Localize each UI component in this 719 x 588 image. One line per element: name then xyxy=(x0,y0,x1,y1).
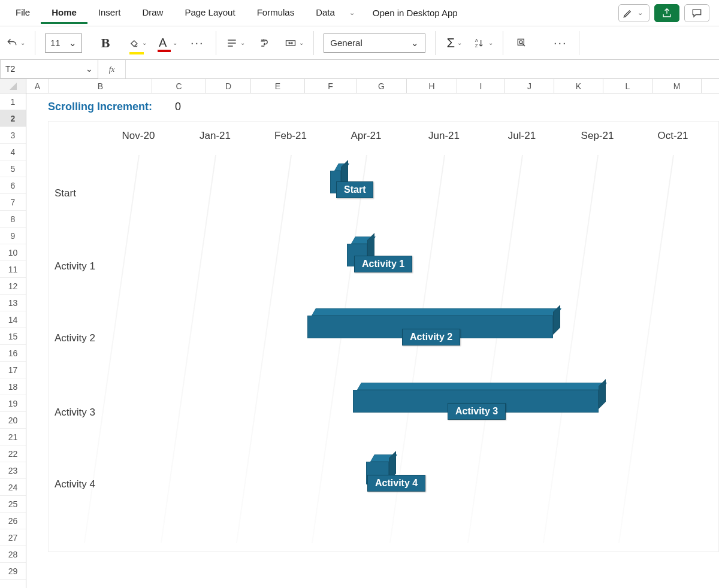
scrolling-increment-label: Scrolling Increment: xyxy=(48,101,152,113)
row-header-17[interactable]: 17 xyxy=(0,362,26,378)
tabs-overflow-chevron-icon[interactable]: ⌄ xyxy=(346,9,358,17)
row-header-7[interactable]: 7 xyxy=(0,194,26,211)
row-header-1[interactable]: 1 xyxy=(0,93,26,110)
more-font-options[interactable]: ··· xyxy=(188,33,206,53)
chevron-down-icon[interactable]: ⌄ xyxy=(488,40,493,46)
row-header-26[interactable]: 26 xyxy=(0,513,26,529)
col-header-B[interactable]: B xyxy=(49,79,152,93)
autosum-button[interactable]: Σ ⌄ xyxy=(445,33,463,53)
row-header-29[interactable]: 29 xyxy=(0,563,26,580)
col-header-I[interactable]: I xyxy=(457,79,505,93)
font-color-icon: A xyxy=(159,36,167,50)
merge-button[interactable]: ⌄ xyxy=(285,33,304,53)
col-header-E[interactable]: E xyxy=(251,79,305,93)
select-all-corner[interactable] xyxy=(0,79,26,93)
separator xyxy=(216,31,216,55)
gantt-bar-label: Activity 2 xyxy=(402,329,460,345)
col-header-F[interactable]: F xyxy=(305,79,357,93)
row-header-28[interactable]: 28 xyxy=(0,546,26,563)
row-header-11[interactable]: 11 xyxy=(0,261,26,278)
chevron-down-icon[interactable]: ⌄ xyxy=(240,40,245,46)
chevron-down-icon[interactable]: ⌄ xyxy=(173,40,177,46)
category-label: Activity 2 xyxy=(55,332,95,344)
find-button[interactable] xyxy=(513,33,531,53)
fx-label[interactable]: fx xyxy=(98,60,126,78)
worksheet[interactable]: Scrolling Increment: 0 Nov-20Jan-21Feb-2… xyxy=(26,93,719,588)
col-header-H[interactable]: H xyxy=(407,79,457,93)
tab-home[interactable]: Home xyxy=(41,2,87,24)
wrap-text-button[interactable]: ab xyxy=(256,33,274,53)
row-header-16[interactable]: 16 xyxy=(0,345,26,362)
chevron-down-icon[interactable]: ⌄ xyxy=(86,64,93,74)
chevron-down-icon[interactable]: ⌄ xyxy=(299,40,304,46)
paint-bucket-icon xyxy=(128,37,140,49)
number-format-select[interactable]: General ⌄ xyxy=(324,34,425,53)
col-header-J[interactable]: J xyxy=(505,79,554,93)
row-header-5[interactable]: 5 xyxy=(0,160,26,177)
row-header-25[interactable]: 25 xyxy=(0,496,26,513)
tab-draw[interactable]: Draw xyxy=(131,2,174,24)
gridline xyxy=(161,155,216,543)
tab-page-layout[interactable]: Page Layout xyxy=(174,2,246,24)
row-header-10[interactable]: 10 xyxy=(0,244,26,261)
bold-button[interactable]: B xyxy=(96,33,114,53)
separator xyxy=(35,31,35,55)
axis-tick-label: Jun-21 xyxy=(428,130,460,142)
row-header-20[interactable]: 20 xyxy=(0,412,26,429)
column-headers: ABCDEFGHIJKLM xyxy=(26,79,719,93)
sort-filter-button[interactable]: AZ ⌄ xyxy=(474,33,493,53)
font-size-input[interactable]: 11 ⌄ xyxy=(45,34,82,53)
col-header-A[interactable]: A xyxy=(26,79,49,93)
col-header-D[interactable]: D xyxy=(206,79,251,93)
row-header-14[interactable]: 14 xyxy=(0,311,26,328)
tab-data[interactable]: Data xyxy=(305,2,346,24)
row-header-2[interactable]: 2 xyxy=(0,110,26,127)
col-header-G[interactable]: G xyxy=(357,79,407,93)
col-header-C[interactable]: C xyxy=(152,79,206,93)
fill-color-button[interactable]: ⌄ xyxy=(128,33,147,53)
select-all-triangle-icon xyxy=(10,83,17,90)
row-header-27[interactable]: 27 xyxy=(0,529,26,546)
chevron-down-icon[interactable]: ⌄ xyxy=(69,38,77,49)
category-label: Activity 4 xyxy=(55,478,95,490)
tab-insert[interactable]: Insert xyxy=(87,2,132,24)
chevron-down-icon[interactable]: ⌄ xyxy=(142,40,147,46)
row-header-21[interactable]: 21 xyxy=(0,429,26,445)
row-header-22[interactable]: 22 xyxy=(0,445,26,462)
row-header-12[interactable]: 12 xyxy=(0,278,26,295)
undo-button[interactable]: ⌄ xyxy=(6,33,25,53)
share-button[interactable] xyxy=(654,4,679,22)
open-in-desktop-button[interactable]: Open in Desktop App xyxy=(373,8,458,18)
col-header-L[interactable]: L xyxy=(603,79,652,93)
row-header-19[interactable]: 19 xyxy=(0,395,26,412)
row-header-13[interactable]: 13 xyxy=(0,295,26,311)
row-header-3[interactable]: 3 xyxy=(0,127,26,144)
chevron-down-icon[interactable]: ⌄ xyxy=(20,40,25,46)
row-header-6[interactable]: 6 xyxy=(0,177,26,194)
row-header-9[interactable]: 9 xyxy=(0,228,26,244)
row-header-8[interactable]: 8 xyxy=(0,211,26,228)
scrolling-increment-value: 0 xyxy=(175,101,181,113)
axis-tick-label: Sep-21 xyxy=(581,130,614,142)
row-header-18[interactable]: 18 xyxy=(0,378,26,395)
row-header-23[interactable]: 23 xyxy=(0,462,26,479)
col-header-K[interactable]: K xyxy=(554,79,603,93)
font-color-button[interactable]: A ⌄ xyxy=(159,33,177,53)
editing-mode-button[interactable]: ⌄ xyxy=(618,4,649,22)
comments-button[interactable] xyxy=(684,4,709,22)
tab-file[interactable]: File xyxy=(5,2,41,24)
row-header-4[interactable]: 4 xyxy=(0,144,26,160)
row-header-24[interactable]: 24 xyxy=(0,479,26,496)
alignment-button[interactable]: ⌄ xyxy=(226,33,245,53)
formula-bar-row: T2 ⌄ fx xyxy=(0,60,719,79)
col-header-M[interactable]: M xyxy=(652,79,702,93)
formula-input[interactable] xyxy=(126,60,719,78)
more-commands[interactable]: ··· xyxy=(551,33,569,53)
grid-area: ABCDEFGHIJKLM 12345678910111213141516171… xyxy=(0,79,719,588)
chevron-down-icon[interactable]: ⌄ xyxy=(457,40,462,46)
row-header-15[interactable]: 15 xyxy=(0,328,26,345)
tab-formulas[interactable]: Formulas xyxy=(246,2,306,24)
name-box[interactable]: T2 ⌄ xyxy=(0,60,98,78)
number-format-value: General xyxy=(330,38,362,48)
separator xyxy=(435,31,436,55)
